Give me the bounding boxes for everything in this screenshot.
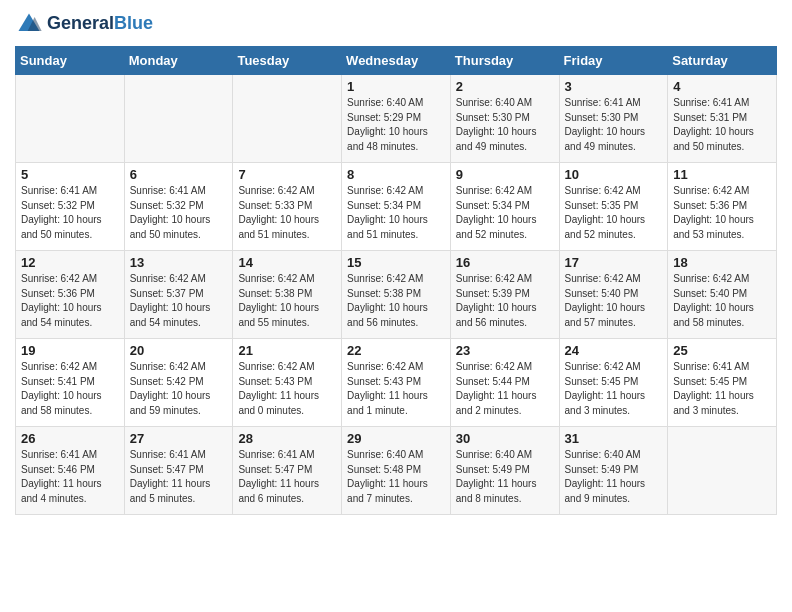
calendar-cell: 12Sunrise: 6:42 AM Sunset: 5:36 PM Dayli… <box>16 251 125 339</box>
day-info: Sunrise: 6:42 AM Sunset: 5:34 PM Dayligh… <box>347 184 445 242</box>
day-info: Sunrise: 6:42 AM Sunset: 5:38 PM Dayligh… <box>238 272 336 330</box>
day-number: 10 <box>565 167 663 182</box>
calendar-cell: 14Sunrise: 6:42 AM Sunset: 5:38 PM Dayli… <box>233 251 342 339</box>
day-info: Sunrise: 6:41 AM Sunset: 5:45 PM Dayligh… <box>673 360 771 418</box>
calendar-cell: 30Sunrise: 6:40 AM Sunset: 5:49 PM Dayli… <box>450 427 559 515</box>
calendar-cell: 10Sunrise: 6:42 AM Sunset: 5:35 PM Dayli… <box>559 163 668 251</box>
day-number: 8 <box>347 167 445 182</box>
day-number: 27 <box>130 431 228 446</box>
day-number: 19 <box>21 343 119 358</box>
day-number: 14 <box>238 255 336 270</box>
logo: GeneralBlue <box>15 10 153 38</box>
calendar-cell: 6Sunrise: 6:41 AM Sunset: 5:32 PM Daylig… <box>124 163 233 251</box>
day-number: 9 <box>456 167 554 182</box>
day-number: 26 <box>21 431 119 446</box>
day-number: 15 <box>347 255 445 270</box>
logo-icon <box>15 10 43 38</box>
calendar-cell: 22Sunrise: 6:42 AM Sunset: 5:43 PM Dayli… <box>342 339 451 427</box>
day-number: 11 <box>673 167 771 182</box>
day-number: 17 <box>565 255 663 270</box>
calendar-cell: 31Sunrise: 6:40 AM Sunset: 5:49 PM Dayli… <box>559 427 668 515</box>
day-info: Sunrise: 6:40 AM Sunset: 5:49 PM Dayligh… <box>456 448 554 506</box>
calendar-cell: 25Sunrise: 6:41 AM Sunset: 5:45 PM Dayli… <box>668 339 777 427</box>
calendar-table: SundayMondayTuesdayWednesdayThursdayFrid… <box>15 46 777 515</box>
calendar-cell: 2Sunrise: 6:40 AM Sunset: 5:30 PM Daylig… <box>450 75 559 163</box>
day-number: 30 <box>456 431 554 446</box>
day-number: 28 <box>238 431 336 446</box>
day-info: Sunrise: 6:41 AM Sunset: 5:47 PM Dayligh… <box>130 448 228 506</box>
header-wednesday: Wednesday <box>342 47 451 75</box>
calendar-cell: 7Sunrise: 6:42 AM Sunset: 5:33 PM Daylig… <box>233 163 342 251</box>
calendar-header-row: SundayMondayTuesdayWednesdayThursdayFrid… <box>16 47 777 75</box>
calendar-cell: 18Sunrise: 6:42 AM Sunset: 5:40 PM Dayli… <box>668 251 777 339</box>
day-number: 18 <box>673 255 771 270</box>
day-number: 21 <box>238 343 336 358</box>
logo-text: GeneralBlue <box>47 13 153 35</box>
header-thursday: Thursday <box>450 47 559 75</box>
calendar-cell: 16Sunrise: 6:42 AM Sunset: 5:39 PM Dayli… <box>450 251 559 339</box>
calendar-cell: 24Sunrise: 6:42 AM Sunset: 5:45 PM Dayli… <box>559 339 668 427</box>
day-info: Sunrise: 6:42 AM Sunset: 5:40 PM Dayligh… <box>565 272 663 330</box>
day-info: Sunrise: 6:41 AM Sunset: 5:32 PM Dayligh… <box>21 184 119 242</box>
day-number: 6 <box>130 167 228 182</box>
day-info: Sunrise: 6:42 AM Sunset: 5:43 PM Dayligh… <box>238 360 336 418</box>
calendar-week-row: 19Sunrise: 6:42 AM Sunset: 5:41 PM Dayli… <box>16 339 777 427</box>
calendar-cell: 19Sunrise: 6:42 AM Sunset: 5:41 PM Dayli… <box>16 339 125 427</box>
day-info: Sunrise: 6:42 AM Sunset: 5:36 PM Dayligh… <box>673 184 771 242</box>
day-info: Sunrise: 6:42 AM Sunset: 5:44 PM Dayligh… <box>456 360 554 418</box>
calendar-cell: 28Sunrise: 6:41 AM Sunset: 5:47 PM Dayli… <box>233 427 342 515</box>
day-number: 29 <box>347 431 445 446</box>
day-number: 7 <box>238 167 336 182</box>
calendar-cell: 9Sunrise: 6:42 AM Sunset: 5:34 PM Daylig… <box>450 163 559 251</box>
calendar-cell: 29Sunrise: 6:40 AM Sunset: 5:48 PM Dayli… <box>342 427 451 515</box>
day-info: Sunrise: 6:41 AM Sunset: 5:30 PM Dayligh… <box>565 96 663 154</box>
day-info: Sunrise: 6:42 AM Sunset: 5:38 PM Dayligh… <box>347 272 445 330</box>
calendar-cell: 1Sunrise: 6:40 AM Sunset: 5:29 PM Daylig… <box>342 75 451 163</box>
day-number: 24 <box>565 343 663 358</box>
day-info: Sunrise: 6:42 AM Sunset: 5:34 PM Dayligh… <box>456 184 554 242</box>
header-friday: Friday <box>559 47 668 75</box>
day-info: Sunrise: 6:41 AM Sunset: 5:31 PM Dayligh… <box>673 96 771 154</box>
calendar-cell <box>16 75 125 163</box>
day-info: Sunrise: 6:42 AM Sunset: 5:39 PM Dayligh… <box>456 272 554 330</box>
calendar-cell <box>668 427 777 515</box>
calendar-cell: 27Sunrise: 6:41 AM Sunset: 5:47 PM Dayli… <box>124 427 233 515</box>
day-info: Sunrise: 6:41 AM Sunset: 5:32 PM Dayligh… <box>130 184 228 242</box>
day-number: 13 <box>130 255 228 270</box>
day-number: 5 <box>21 167 119 182</box>
calendar-week-row: 12Sunrise: 6:42 AM Sunset: 5:36 PM Dayli… <box>16 251 777 339</box>
calendar-cell: 23Sunrise: 6:42 AM Sunset: 5:44 PM Dayli… <box>450 339 559 427</box>
day-info: Sunrise: 6:42 AM Sunset: 5:37 PM Dayligh… <box>130 272 228 330</box>
day-number: 20 <box>130 343 228 358</box>
day-number: 12 <box>21 255 119 270</box>
calendar-cell: 26Sunrise: 6:41 AM Sunset: 5:46 PM Dayli… <box>16 427 125 515</box>
calendar-cell: 11Sunrise: 6:42 AM Sunset: 5:36 PM Dayli… <box>668 163 777 251</box>
calendar-cell: 3Sunrise: 6:41 AM Sunset: 5:30 PM Daylig… <box>559 75 668 163</box>
calendar-cell: 4Sunrise: 6:41 AM Sunset: 5:31 PM Daylig… <box>668 75 777 163</box>
day-info: Sunrise: 6:40 AM Sunset: 5:48 PM Dayligh… <box>347 448 445 506</box>
day-number: 2 <box>456 79 554 94</box>
calendar-cell <box>124 75 233 163</box>
day-info: Sunrise: 6:41 AM Sunset: 5:47 PM Dayligh… <box>238 448 336 506</box>
day-info: Sunrise: 6:40 AM Sunset: 5:49 PM Dayligh… <box>565 448 663 506</box>
calendar-cell: 20Sunrise: 6:42 AM Sunset: 5:42 PM Dayli… <box>124 339 233 427</box>
calendar-cell: 17Sunrise: 6:42 AM Sunset: 5:40 PM Dayli… <box>559 251 668 339</box>
day-info: Sunrise: 6:42 AM Sunset: 5:42 PM Dayligh… <box>130 360 228 418</box>
calendar-cell: 21Sunrise: 6:42 AM Sunset: 5:43 PM Dayli… <box>233 339 342 427</box>
day-number: 22 <box>347 343 445 358</box>
calendar-cell: 13Sunrise: 6:42 AM Sunset: 5:37 PM Dayli… <box>124 251 233 339</box>
day-info: Sunrise: 6:42 AM Sunset: 5:45 PM Dayligh… <box>565 360 663 418</box>
day-number: 25 <box>673 343 771 358</box>
header-saturday: Saturday <box>668 47 777 75</box>
day-number: 3 <box>565 79 663 94</box>
day-info: Sunrise: 6:42 AM Sunset: 5:43 PM Dayligh… <box>347 360 445 418</box>
header-tuesday: Tuesday <box>233 47 342 75</box>
header-sunday: Sunday <box>16 47 125 75</box>
day-info: Sunrise: 6:42 AM Sunset: 5:35 PM Dayligh… <box>565 184 663 242</box>
day-number: 4 <box>673 79 771 94</box>
day-info: Sunrise: 6:40 AM Sunset: 5:29 PM Dayligh… <box>347 96 445 154</box>
day-info: Sunrise: 6:41 AM Sunset: 5:46 PM Dayligh… <box>21 448 119 506</box>
day-info: Sunrise: 6:42 AM Sunset: 5:40 PM Dayligh… <box>673 272 771 330</box>
day-number: 16 <box>456 255 554 270</box>
day-info: Sunrise: 6:42 AM Sunset: 5:33 PM Dayligh… <box>238 184 336 242</box>
